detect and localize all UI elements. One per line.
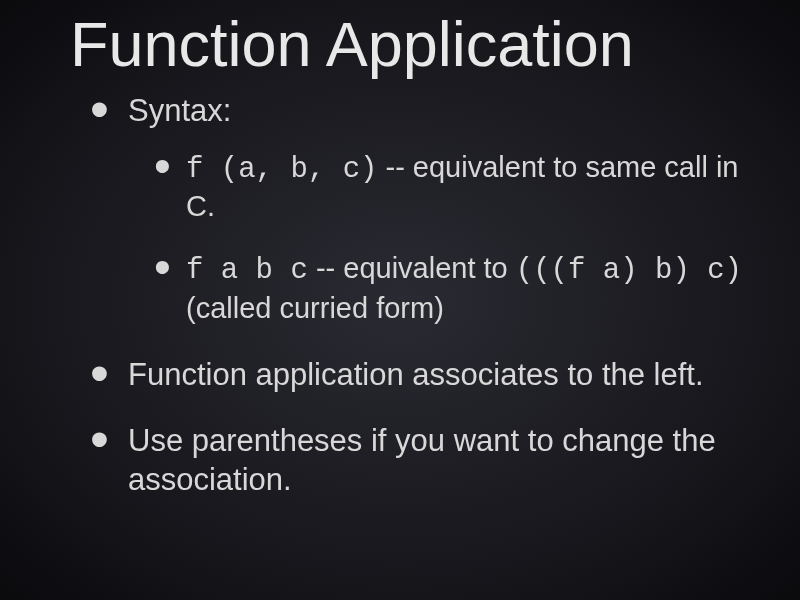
- code-text: (((f a) b) c): [516, 254, 742, 287]
- bullet-syntax: Syntax: f (a, b, c) -- equivalent to sam…: [100, 92, 750, 328]
- slide-title: Function Application: [70, 8, 750, 80]
- body-text: -- equivalent to: [308, 252, 516, 284]
- sub-bullet-tuple-form: f (a, b, c) -- equivalent to same call i…: [162, 149, 750, 226]
- sub-bullet-list: f (a, b, c) -- equivalent to same call i…: [128, 149, 750, 328]
- bullet-text: Use parentheses if you want to change th…: [128, 423, 716, 497]
- bullet-text: Syntax:: [128, 93, 231, 128]
- bullet-text: Function application associates to the l…: [128, 357, 704, 392]
- bullet-associativity: Function application associates to the l…: [100, 356, 750, 395]
- code-text: f a b c: [186, 254, 308, 287]
- sub-bullet-curried-form: f a b c -- equivalent to (((f a) b) c) (…: [162, 250, 750, 327]
- bullet-parentheses: Use parentheses if you want to change th…: [100, 422, 750, 500]
- bullet-list: Syntax: f (a, b, c) -- equivalent to sam…: [70, 92, 750, 500]
- slide: Function Application Syntax: f (a, b, c)…: [0, 0, 800, 558]
- code-text: f (a, b, c): [186, 153, 377, 186]
- body-text: (called curried form): [186, 292, 444, 324]
